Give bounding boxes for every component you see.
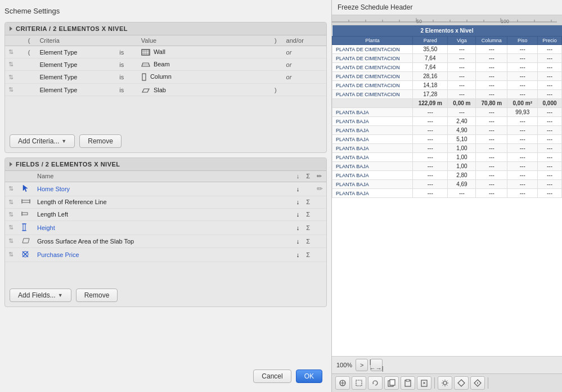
- criteria-section-header[interactable]: CRITERIA / 2 ELEMENTOS X NIVEL: [5, 22, 326, 35]
- cell-precio: ---: [538, 189, 562, 198]
- value-cell[interactable]: Beam: [138, 58, 268, 71]
- cell-pared: ---: [413, 153, 448, 162]
- beam-icon: [141, 61, 150, 68]
- sort-arrow-cell[interactable]: ↓: [293, 247, 303, 262]
- toolbar-icon-6[interactable]: [417, 376, 431, 390]
- sort-arrow-cell[interactable]: ↓: [293, 235, 303, 247]
- table-row: PLANTA BAJA --- 1,00 --- --- ---: [332, 144, 562, 153]
- cell-columna: ---: [476, 81, 507, 90]
- col-paren-close: ): [268, 35, 283, 46]
- toolbar-icon-diamond2[interactable]: [470, 376, 485, 390]
- criteria-collapse-triangle[interactable]: [10, 26, 12, 31]
- schedule-header: Freeze Schedule Header: [332, 0, 562, 15]
- criteria-cell[interactable]: Element Type: [36, 58, 116, 71]
- toolbar-icon-1[interactable]: [335, 376, 350, 390]
- fields-section-header[interactable]: FIELDS / 2 ELEMENTOS X NIVEL: [5, 158, 326, 171]
- ok-button[interactable]: OK: [296, 370, 322, 383]
- cell-precio: ---: [538, 72, 562, 81]
- sigma-cell[interactable]: Σ: [303, 235, 313, 247]
- field-name-cell[interactable]: Height: [34, 220, 293, 235]
- cell-precio: ---: [538, 126, 562, 135]
- value-cell[interactable]: Column: [138, 71, 268, 84]
- sort-handle[interactable]: ⇅: [5, 208, 18, 220]
- pencil-cell: [313, 196, 326, 208]
- sort-handle[interactable]: ⇅: [5, 58, 22, 71]
- sort-handle[interactable]: ⇅: [5, 84, 22, 96]
- sort-handle[interactable]: ⇅: [5, 46, 22, 58]
- cell-piso: ---: [507, 180, 538, 189]
- field-name-cell[interactable]: Gross Surface Area of the Slab Top: [34, 235, 293, 247]
- toolbar-icon-3[interactable]: [368, 376, 383, 390]
- sort-handle[interactable]: ⇅: [5, 196, 18, 208]
- pencil-cell: [313, 208, 326, 220]
- col-piso: Piso: [507, 37, 538, 45]
- sort-arrow-cell[interactable]: ↓: [293, 208, 303, 220]
- sort-arrow-cell[interactable]: ↓: [293, 220, 303, 235]
- col-sort: [5, 171, 18, 182]
- criteria-row: ⇅ Element Type is Beam or: [5, 58, 326, 71]
- field-name-cell[interactable]: Purchase Price: [34, 247, 293, 262]
- cell-precio: ---: [538, 54, 562, 63]
- sigma-cell[interactable]: Σ: [303, 220, 313, 235]
- table-row: PLANTA DE CIMENTACION 7,64 --- --- --- -…: [332, 54, 562, 63]
- cell-planta: PLANTA DE CIMENTACION: [332, 72, 413, 81]
- cell-planta: PLANTA BAJA: [332, 180, 413, 189]
- value-cell[interactable]: Wall: [138, 46, 268, 58]
- remove-criteria-button[interactable]: Remove: [79, 134, 122, 148]
- sigma-cell[interactable]: Σ: [303, 247, 313, 262]
- criteria-cell[interactable]: Element Type: [36, 71, 116, 84]
- svg-rect-11: [22, 200, 30, 202]
- toolbar-icon-2[interactable]: [352, 376, 366, 390]
- sort-handle[interactable]: ⇅: [5, 182, 18, 196]
- field-name-cell[interactable]: Length Left: [34, 208, 293, 220]
- criteria-cell[interactable]: Element Type: [36, 84, 116, 96]
- toolbar-icon-settings[interactable]: [438, 376, 452, 390]
- cell-pared: 17,28: [413, 90, 448, 99]
- value-cell[interactable]: Slab: [138, 84, 268, 96]
- sort-handle[interactable]: ⇅: [5, 71, 22, 84]
- is-cell: is: [116, 46, 138, 58]
- cell-columna: ---: [476, 54, 507, 63]
- sort-handle[interactable]: ⇅: [5, 247, 18, 262]
- toolbar-icon-diamond[interactable]: [454, 376, 469, 390]
- cell-planta: PLANTA DE CIMENTACION: [332, 63, 413, 72]
- add-fields-button[interactable]: Add Fields... ▼: [10, 289, 71, 302]
- sort-handle[interactable]: ⇅: [5, 220, 18, 235]
- svg-marker-44: [372, 383, 374, 384]
- col-is: [116, 35, 138, 46]
- svg-rect-23: [332, 15, 562, 25]
- sigma-cell[interactable]: Σ: [303, 208, 313, 220]
- paren-open-cell: [22, 58, 37, 71]
- svg-rect-16: [23, 224, 25, 231]
- cell-piso: 0,00 m²: [507, 99, 538, 108]
- column-icon: [141, 73, 147, 81]
- toolbar-icon-5[interactable]: [401, 376, 415, 390]
- pencil-cell[interactable]: ✏: [313, 182, 326, 196]
- table-row: PLANTA BAJA --- --- --- --- ---: [332, 189, 562, 198]
- fit-btn[interactable]: |←→|: [370, 359, 383, 371]
- toolbar-icon-4[interactable]: [384, 376, 399, 390]
- pencil-icon[interactable]: ✏: [317, 184, 323, 193]
- cell-columna: ---: [476, 117, 507, 126]
- zoom-btn[interactable]: >: [356, 359, 368, 371]
- sort-handle[interactable]: ⇅: [5, 235, 18, 247]
- cell-planta: PLANTA BAJA: [332, 108, 413, 117]
- sort-arrow-cell[interactable]: ↓: [293, 196, 303, 208]
- sigma-cell[interactable]: Σ: [303, 196, 313, 208]
- cell-piso: ---: [507, 153, 538, 162]
- remove-fields-button[interactable]: Remove: [76, 289, 118, 302]
- col-andor: and/or: [283, 35, 326, 46]
- field-name-cell[interactable]: Home Story: [34, 182, 293, 196]
- field-name-cell[interactable]: Length of Reference Line: [34, 196, 293, 208]
- length-ref-icon: [21, 199, 30, 204]
- is-cell: is: [116, 58, 138, 71]
- fields-collapse-triangle[interactable]: [10, 162, 12, 166]
- add-criteria-button[interactable]: Add Criteria... ▼: [10, 134, 75, 148]
- cancel-button[interactable]: Cancel: [253, 370, 291, 383]
- table-row: PLANTA BAJA --- 1,00 --- --- ---: [332, 153, 562, 162]
- criteria-cell[interactable]: Element Type: [36, 46, 116, 58]
- sort-arrow-cell[interactable]: ↓: [293, 182, 303, 196]
- criteria-table: ( Criteria Value ) and/or ⇅ ( Element Ty…: [5, 35, 326, 130]
- slab-icon: [141, 88, 150, 93]
- cell-columna: ---: [476, 63, 507, 72]
